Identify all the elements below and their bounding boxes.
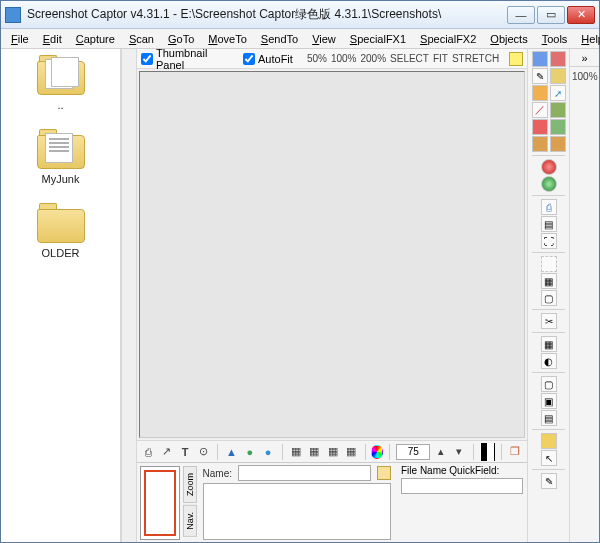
rtool-invert-icon[interactable]: ◐ xyxy=(541,353,557,369)
menu-specialfx1[interactable]: SpecialFX1 xyxy=(344,31,412,47)
menu-capture[interactable]: Capture xyxy=(70,31,121,47)
maximize-button[interactable]: ▭ xyxy=(537,6,565,24)
menu-tools[interactable]: Tools xyxy=(536,31,574,47)
tool-text-icon[interactable]: T xyxy=(178,443,193,461)
menu-objects[interactable]: Objects xyxy=(484,31,533,47)
menu-scan[interactable]: Scan xyxy=(123,31,160,47)
memo-textarea[interactable] xyxy=(203,483,391,540)
rtool-highlight-icon[interactable] xyxy=(532,85,548,101)
rtool-copyimg-icon[interactable] xyxy=(550,119,566,135)
titlebar: Screenshot Captor v4.31.1 - E:\Screensho… xyxy=(1,1,599,29)
menubar: FileEditCaptureScanGoToMoveToSendToViewS… xyxy=(1,29,599,49)
bottom-toolbar: ⎙ ↗ T ⊙ ▲ ● ● ▦ ▦ ▦ ▦ ▴ ▾ xyxy=(137,440,527,462)
rtool-image-icon[interactable] xyxy=(550,102,566,118)
tool-grid3-icon[interactable]: ▦ xyxy=(325,443,340,461)
rtool-cursor-icon[interactable]: ↖ xyxy=(541,450,557,466)
spin-down-icon[interactable]: ▾ xyxy=(451,443,466,461)
rtool-select-icon[interactable] xyxy=(541,256,557,272)
right-toolbar: ✎ ➚ ／ ⎙ ▤ ⛶ ▦ ▢ ✂ ▦ ◐ ▢ ▣ ▤ xyxy=(527,49,569,542)
menu-moveto[interactable]: MoveTo xyxy=(202,31,253,47)
menu-sendto[interactable]: SendTo xyxy=(255,31,304,47)
thumbnail-topbar: Thumbnail Panel AutoFit 50%100%200%SELEC… xyxy=(137,49,527,69)
rtool-print2-icon[interactable]: ⎙ xyxy=(541,199,557,215)
rtool-share-icon[interactable]: ➚ xyxy=(550,85,566,101)
quickfield-label: File Name QuickField: xyxy=(401,465,523,476)
rtool-crop1-icon[interactable] xyxy=(532,136,548,152)
zoom-option[interactable]: 200% xyxy=(360,53,386,64)
zoom-option[interactable]: SELECT xyxy=(390,53,429,64)
name-label: Name: xyxy=(203,468,232,479)
rtool-expand-icon[interactable]: ⛶ xyxy=(541,233,557,249)
rtool-edit-icon[interactable]: ✎ xyxy=(541,473,557,489)
folder-label: OLDER xyxy=(42,247,80,259)
zoom-spin-input[interactable] xyxy=(396,444,430,460)
minimize-button[interactable]: — xyxy=(507,6,535,24)
rtool-doc-icon[interactable]: ▤ xyxy=(541,216,557,232)
tool-colorwheel-icon[interactable] xyxy=(371,445,383,459)
rtool-fx-icon[interactable] xyxy=(550,68,566,84)
right-chevron-icon[interactable]: » xyxy=(570,49,599,67)
zoom-option[interactable]: 50% xyxy=(307,53,327,64)
rtool-ball-red-icon[interactable] xyxy=(541,159,557,175)
close-button[interactable]: ✕ xyxy=(567,6,595,24)
zoom-percent-label: 100% xyxy=(570,67,600,86)
vtab-nav[interactable]: Nav. xyxy=(183,505,197,537)
tool-circle-green-icon[interactable]: ● xyxy=(242,443,257,461)
spin-up-icon[interactable]: ▴ xyxy=(433,443,448,461)
autofit-checkbox[interactable]: AutoFit xyxy=(243,53,293,65)
tool-grid2-icon[interactable]: ▦ xyxy=(307,443,322,461)
zoom-option[interactable]: STRETCH xyxy=(452,53,499,64)
folder-item[interactable]: OLDER xyxy=(1,203,120,259)
menu-view[interactable]: View xyxy=(306,31,342,47)
rtool-border2-icon[interactable]: ▣ xyxy=(541,393,557,409)
rtool-crop2-icon[interactable] xyxy=(550,136,566,152)
tool-print-icon[interactable]: ⎙ xyxy=(141,443,156,461)
rtool-save-icon[interactable] xyxy=(532,51,548,67)
rtool-border1-icon[interactable]: ▢ xyxy=(541,376,557,392)
tool-toggle-icon[interactable]: ⊙ xyxy=(196,443,211,461)
tool-circle-blue-icon[interactable]: ● xyxy=(260,443,275,461)
folder-item[interactable]: .. xyxy=(1,55,120,111)
folder-item[interactable]: MyJunk xyxy=(1,129,120,185)
tool-arrow-icon[interactable]: ↗ xyxy=(159,443,174,461)
rtool-erase-icon[interactable] xyxy=(541,433,557,449)
nav-preview[interactable] xyxy=(140,466,180,540)
rtool-brush-icon[interactable]: ／ xyxy=(532,102,548,118)
vtab-zoom[interactable]: Zoom xyxy=(183,466,197,503)
thumbnail-panel-checkbox[interactable]: Thumbnail Panel xyxy=(141,47,237,71)
rtool-wand-icon[interactable]: ✎ xyxy=(532,68,548,84)
menu-edit[interactable]: Edit xyxy=(37,31,68,47)
tool-triangle-icon[interactable]: ▲ xyxy=(224,443,239,461)
rtool-delete-icon[interactable] xyxy=(550,51,566,67)
tool-grid1-icon[interactable]: ▦ xyxy=(289,443,304,461)
name-input[interactable] xyxy=(238,465,371,481)
zoom-option[interactable]: FIT xyxy=(433,53,448,64)
rtool-layout-icon[interactable]: ▦ xyxy=(541,273,557,289)
menu-specialfx2[interactable]: SpecialFX2 xyxy=(414,31,482,47)
rtool-border3-icon[interactable]: ▤ xyxy=(541,410,557,426)
menu-help[interactable]: Help xyxy=(575,31,600,47)
folder-label: .. xyxy=(57,99,63,111)
name-action-icon[interactable] xyxy=(377,466,391,480)
zoom-option[interactable]: 100% xyxy=(331,53,357,64)
menu-file[interactable]: File xyxy=(5,31,35,47)
window-title: Screenshot Captor v4.31.1 - E:\Screensho… xyxy=(27,6,507,23)
quickfield-input[interactable] xyxy=(401,478,523,494)
preview-canvas[interactable] xyxy=(139,71,525,438)
sidebar-scrollbar[interactable] xyxy=(121,49,137,542)
menu-goto[interactable]: GoTo xyxy=(162,31,200,47)
rtool-cropbox-icon[interactable]: ✂ xyxy=(541,313,557,329)
tool-copy-icon[interactable]: ❐ xyxy=(508,443,523,461)
tool-grid4-icon[interactable]: ▦ xyxy=(343,443,358,461)
rtool-frame-icon[interactable]: ▢ xyxy=(541,290,557,306)
folder-label: MyJunk xyxy=(42,173,80,185)
app-icon xyxy=(5,7,21,23)
color-swatch[interactable] xyxy=(509,52,523,66)
rtool-ball-green-icon[interactable] xyxy=(541,176,557,192)
rtool-color-icon[interactable] xyxy=(532,119,548,135)
folder-sidebar: ..MyJunkOLDER xyxy=(1,49,121,542)
tool-contrast-icon[interactable] xyxy=(480,443,495,461)
rtool-grid-icon[interactable]: ▦ xyxy=(541,336,557,352)
